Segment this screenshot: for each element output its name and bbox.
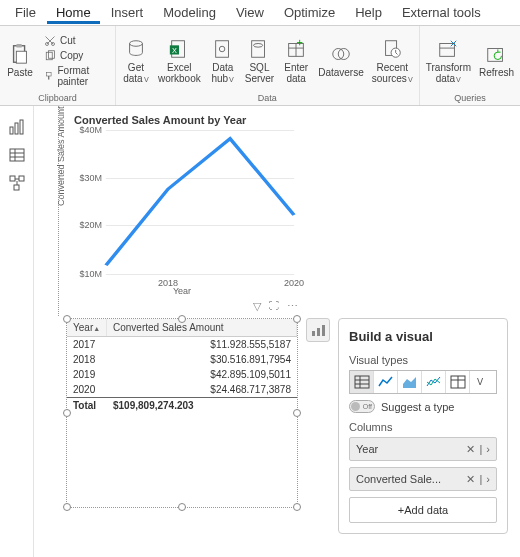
resize-handle[interactable] bbox=[293, 503, 301, 511]
field-divider: | bbox=[479, 473, 482, 485]
excel-label: Excel workbook bbox=[158, 62, 201, 84]
format-painter-button[interactable]: Format painter bbox=[40, 64, 113, 88]
field-chevron-icon[interactable]: › bbox=[486, 473, 490, 485]
panel-title: Build a visual bbox=[349, 329, 497, 344]
sql-server-button[interactable]: SQL Server bbox=[241, 28, 278, 93]
visual-type-line[interactable] bbox=[374, 371, 398, 393]
tab-modeling[interactable]: Modeling bbox=[154, 1, 225, 24]
cut-button[interactable]: Cut bbox=[40, 34, 113, 48]
remove-field-icon[interactable]: ✕ bbox=[466, 443, 475, 456]
svg-rect-42 bbox=[10, 176, 15, 181]
recent-icon bbox=[381, 38, 403, 60]
table-row: 2018$30.516.891,7954 bbox=[67, 352, 297, 367]
paste-button[interactable]: Paste bbox=[2, 28, 38, 93]
svg-point-16 bbox=[219, 46, 225, 52]
ribbon-group-queries: Transform data Refresh Queries bbox=[420, 26, 520, 105]
switch-visual-type-button[interactable] bbox=[306, 318, 330, 342]
model-icon bbox=[8, 174, 26, 192]
menu-tabs: File Home Insert Modeling View Optimize … bbox=[0, 0, 520, 26]
remove-field-icon[interactable]: ✕ bbox=[466, 473, 475, 486]
table-row: 2017$11.928.555,5187 bbox=[67, 337, 297, 352]
dataverse-button[interactable]: Dataverse bbox=[314, 28, 368, 93]
suggest-type-toggle[interactable]: Off bbox=[349, 400, 375, 413]
data-view-button[interactable] bbox=[6, 144, 28, 166]
svg-rect-50 bbox=[355, 376, 369, 388]
line-chart-visual[interactable]: Converted Sales Amount by Year Converted… bbox=[66, 112, 298, 298]
svg-text:X: X bbox=[172, 45, 177, 54]
chart-ytick: $40M bbox=[74, 125, 102, 135]
suggest-type-row: Off Suggest a type bbox=[349, 400, 497, 413]
tab-home[interactable]: Home bbox=[47, 1, 100, 24]
resize-handle[interactable] bbox=[293, 409, 301, 417]
chart-line-svg bbox=[106, 130, 294, 274]
chart-ytick: $30M bbox=[74, 173, 102, 183]
excel-workbook-button[interactable]: X Excel workbook bbox=[154, 28, 205, 93]
copy-button[interactable]: Copy bbox=[40, 49, 113, 63]
get-data-button[interactable]: Get data bbox=[118, 28, 154, 93]
dataverse-icon bbox=[330, 43, 352, 65]
paste-label: Paste bbox=[7, 67, 33, 78]
tab-optimize[interactable]: Optimize bbox=[275, 1, 344, 24]
tab-file[interactable]: File bbox=[6, 1, 45, 24]
visual-types-label: Visual types bbox=[349, 354, 497, 366]
resize-handle[interactable] bbox=[178, 315, 186, 323]
data-group-label: Data bbox=[118, 93, 417, 105]
resize-handle[interactable] bbox=[178, 503, 186, 511]
visual-type-table[interactable] bbox=[350, 371, 374, 393]
svg-rect-35 bbox=[10, 127, 13, 134]
refresh-icon bbox=[485, 43, 507, 65]
transform-data-button[interactable]: Transform data bbox=[422, 28, 475, 93]
format-painter-label: Format painter bbox=[57, 65, 108, 87]
focus-mode-icon[interactable]: ⛶ bbox=[269, 300, 279, 316]
tab-insert[interactable]: Insert bbox=[102, 1, 153, 24]
field-well-year[interactable]: Year ✕ | › bbox=[349, 437, 497, 461]
database-icon bbox=[125, 38, 147, 60]
table-visual[interactable]: Year▲ Converted Sales Amount 2017$11.928… bbox=[66, 318, 298, 508]
enter-data-button[interactable]: Enter data bbox=[278, 28, 314, 93]
resize-handle[interactable] bbox=[293, 315, 301, 323]
filter-icon[interactable]: ▽ bbox=[253, 300, 261, 316]
transform-icon bbox=[437, 38, 459, 60]
svg-rect-2 bbox=[16, 51, 26, 63]
tab-view[interactable]: View bbox=[227, 1, 273, 24]
svg-rect-48 bbox=[317, 328, 320, 336]
resize-handle[interactable] bbox=[63, 503, 71, 511]
resize-handle[interactable] bbox=[63, 315, 71, 323]
field-well-converted-sales[interactable]: Converted Sale... ✕ | › bbox=[349, 467, 497, 491]
refresh-label: Refresh bbox=[479, 67, 514, 78]
queries-group-label: Queries bbox=[422, 93, 518, 105]
more-options-icon[interactable]: ⋯ bbox=[287, 300, 298, 316]
tab-external-tools[interactable]: External tools bbox=[393, 1, 490, 24]
field-chevron-icon[interactable]: › bbox=[486, 443, 490, 455]
model-view-button[interactable] bbox=[6, 172, 28, 194]
copy-label: Copy bbox=[60, 50, 83, 61]
report-view-button[interactable] bbox=[6, 116, 28, 138]
data-hub-button[interactable]: Data hub bbox=[205, 28, 241, 93]
table-col-year[interactable]: Year▲ bbox=[67, 319, 107, 336]
report-canvas[interactable]: Converted Sales Amount by Year Converted… bbox=[34, 106, 520, 557]
ribbon-group-data: Get data X Excel workbook Data hub SQL S… bbox=[116, 26, 420, 105]
svg-marker-54 bbox=[403, 377, 416, 388]
chart-title: Converted Sales Amount by Year bbox=[66, 112, 298, 126]
resize-handle[interactable] bbox=[63, 409, 71, 417]
svg-rect-38 bbox=[10, 149, 24, 161]
scissors-icon bbox=[44, 35, 56, 47]
transform-data-label: Transform data bbox=[426, 62, 471, 84]
ribbon-group-clipboard: Paste Cut Copy Format painter Clipboard bbox=[0, 26, 116, 105]
chart-ytick: $20M bbox=[74, 220, 102, 230]
svg-rect-36 bbox=[15, 123, 18, 134]
field-label: Year bbox=[356, 443, 462, 455]
table-col-amount[interactable]: Converted Sales Amount bbox=[107, 319, 297, 336]
visual-type-area[interactable] bbox=[398, 371, 422, 393]
visual-type-more[interactable]: ᐯ bbox=[470, 371, 490, 393]
visual-type-scatter[interactable] bbox=[422, 371, 446, 393]
data-hub-label: Data hub bbox=[211, 62, 234, 84]
add-data-button[interactable]: +Add data bbox=[349, 497, 497, 523]
tab-help[interactable]: Help bbox=[346, 1, 391, 24]
recent-sources-button[interactable]: Recent sources bbox=[368, 28, 417, 93]
visual-type-matrix[interactable] bbox=[446, 371, 470, 393]
svg-rect-43 bbox=[19, 176, 24, 181]
refresh-button[interactable]: Refresh bbox=[475, 28, 518, 93]
enter-data-label: Enter data bbox=[284, 62, 308, 84]
svg-rect-44 bbox=[14, 185, 19, 190]
